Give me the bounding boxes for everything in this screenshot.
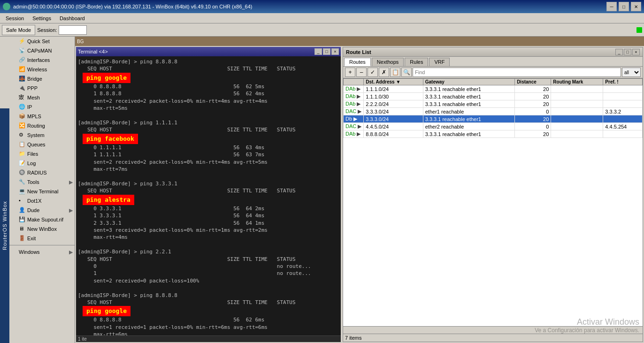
row-gateway: 3.3.3.1 reachable ether1	[423, 100, 514, 108]
quickset-icon: ⚡	[19, 38, 25, 45]
sidebar-item-exit[interactable]: 🚪 Exit	[9, 234, 75, 243]
row-type: DAb ▶	[344, 93, 364, 100]
row-pref	[603, 93, 643, 100]
horizontal-scrollbar[interactable]	[343, 326, 643, 334]
table-row[interactable]: DAb ▶ 8.8.8.0/24 3.3.3.1 reachable ether…	[344, 130, 643, 138]
route-disable-button[interactable]: ✗	[379, 68, 389, 77]
sidebar-item-windows[interactable]: Windows ▶	[9, 247, 75, 257]
terminal-maximize-button[interactable]: □	[323, 48, 330, 55]
tab-vrf[interactable]: VRF	[429, 58, 450, 66]
sidebar-item-routing[interactable]: 🔀 Routing	[9, 121, 75, 130]
terminal-titlebar-controls: _ □ ×	[314, 48, 339, 55]
sidebar: ⚡ Quick Set 📡 CAPsMAN 🔗 Interfaces 📶 Wir…	[9, 37, 75, 343]
tab-rules[interactable]: Rules	[405, 58, 428, 66]
route-toolbar: + – ✓ ✗ 📋 🔍 all	[343, 67, 643, 78]
terminal-minimize-button[interactable]: _	[314, 48, 322, 55]
sidebar-item-log[interactable]: 📝 Log	[9, 159, 75, 168]
route-filter-select[interactable]: all	[622, 68, 641, 77]
col-gateway[interactable]: Gateway	[423, 79, 514, 85]
row-pref	[603, 115, 643, 123]
safe-mode-button[interactable]: Safe Mode	[2, 25, 35, 35]
table-row[interactable]: DAC ▶ 3.3.3.0/24 ether1 reachable 0 3.3.…	[344, 108, 643, 115]
route-content: Routes Nexthops Rules VRF + – ✓ ✗ 📋 🔍	[343, 56, 643, 342]
col-type[interactable]	[344, 79, 364, 85]
col-mark[interactable]: Routing Mark	[551, 79, 603, 85]
route-add-button[interactable]: +	[345, 68, 355, 77]
row-mark	[551, 100, 603, 108]
route-search-input[interactable]	[413, 68, 621, 77]
table-row[interactable]: DAb ▶ 1.1.1.0/30 3.3.3.1 reachable ether…	[344, 93, 643, 100]
minimize-button[interactable]: ─	[606, 2, 617, 11]
menu-session[interactable]: Session	[2, 15, 28, 22]
ping-facebook-label: ping facebook	[83, 134, 138, 144]
tab-nexthops[interactable]: Nexthops	[372, 58, 404, 66]
ping-google-label-1: ping google	[83, 73, 130, 83]
sidebar-item-radius[interactable]: 🔘 RADIUS	[9, 168, 75, 177]
dude-icon: 👤	[19, 207, 25, 213]
sidebar-item-tools[interactable]: 🔧 Tools ▶	[9, 177, 75, 187]
log-icon: 📝	[19, 160, 25, 167]
row-mark	[551, 123, 603, 130]
table-row[interactable]: DAC ▶ 4.4.5.0/24 ether2 reachable 0 4.4.…	[344, 123, 643, 130]
window-controls: ─ □ ✕	[606, 2, 641, 11]
sidebar-item-dude[interactable]: 👤 Dude ▶	[9, 206, 75, 215]
terminal-bottom: 1 ite	[76, 335, 341, 342]
sidebar-item-bridge[interactable]: 🌉 Bridge	[9, 74, 75, 84]
col-pref[interactable]: Pref. !	[603, 79, 643, 85]
sidebar-item-new-terminal[interactable]: 💻 New Terminal	[9, 187, 75, 196]
row-distance: 0	[515, 108, 551, 115]
sidebar-item-system[interactable]: ⚙ System	[9, 130, 75, 140]
tab-routes[interactable]: Routes	[344, 58, 371, 66]
sidebar-item-capsman[interactable]: 📡 CAPsMAN	[9, 46, 75, 55]
ping-google-label-2: ping google	[83, 306, 130, 316]
row-gateway: 3.3.3.1 reachable ether1	[423, 115, 514, 123]
route-close-button[interactable]: ×	[632, 49, 640, 55]
main-layout: RouterOS WinBox ⚡ Quick Set 📡 CAPsMAN 🔗 …	[0, 37, 644, 343]
row-distance: 20	[515, 115, 551, 123]
route-filter-button[interactable]: 🔍	[401, 68, 412, 77]
sidebar-item-make-supout[interactable]: 💾 Make Supout.rif	[9, 215, 75, 224]
col-distance[interactable]: Distance	[515, 79, 551, 85]
table-row[interactable]: DAb ▶ 1.1.1.0/24 3.3.3.1 reachable ether…	[344, 85, 643, 93]
route-maximize-button[interactable]: □	[624, 49, 631, 55]
col-dst[interactable]: Dst. Address ▼	[364, 79, 423, 85]
sidebar-item-files[interactable]: 📁 Files	[9, 149, 75, 159]
sidebar-item-new-winbox[interactable]: 🖥 New WinBox	[9, 224, 75, 234]
route-copy-button[interactable]: 📋	[390, 68, 400, 77]
route-table: Dst. Address ▼ Gateway Distance Routing …	[343, 78, 643, 326]
close-button[interactable]: ✕	[631, 2, 641, 11]
dot1x-icon: •	[19, 198, 25, 204]
menu-settings[interactable]: Settings	[29, 15, 55, 22]
route-titlebar: Route List _ □ ×	[343, 47, 643, 56]
sidebar-item-mesh[interactable]: 🕸 Mesh	[9, 93, 75, 102]
terminal-titlebar: Terminal <4> _ □ ×	[76, 47, 341, 56]
menu-dashboard[interactable]: Dashboard	[56, 15, 89, 22]
sidebar-item-quickset[interactable]: ⚡ Quick Set	[9, 37, 75, 46]
route-list-title: Route List	[346, 49, 371, 55]
sidebar-item-ip[interactable]: 🌐 IP	[9, 102, 75, 112]
sidebar-item-mpls[interactable]: 📦 MPLS	[9, 112, 75, 121]
table-row-active[interactable]: Db ▶ 3.3.3.0/24 3.3.3.1 reachable ether1…	[344, 115, 643, 123]
row-dst: 1.1.1.0/30	[364, 93, 423, 100]
capsman-icon: 📡	[19, 47, 25, 54]
session-input[interactable]	[59, 25, 87, 35]
sidebar-item-wireless[interactable]: 📶 Wireless	[9, 65, 75, 74]
sidebar-item-queues[interactable]: 📋 Queues	[9, 140, 75, 149]
route-remove-button[interactable]: –	[356, 68, 367, 77]
row-mark	[551, 93, 603, 100]
terminal-body[interactable]: [admin@ISP-Borde] > ping 8.8.8.8 SEQ HOS…	[76, 56, 341, 335]
row-type: DAC ▶	[344, 123, 364, 130]
route-minimize-button[interactable]: _	[615, 49, 623, 55]
terminal-close-button[interactable]: ×	[331, 48, 339, 55]
maximize-button[interactable]: □	[619, 2, 629, 11]
row-gateway: ether1 reachable	[423, 108, 514, 115]
row-mark	[551, 85, 603, 93]
sidebar-item-dot1x[interactable]: • Dot1X	[9, 196, 75, 206]
sidebar-item-ppp[interactable]: 🔌 PPP	[9, 84, 75, 93]
row-distance: 0	[515, 123, 551, 130]
route-enable-button[interactable]: ✓	[368, 68, 378, 77]
sidebar-item-interfaces[interactable]: 🔗 Interfaces	[9, 55, 75, 65]
row-distance: 20	[515, 93, 551, 100]
row-mark	[551, 130, 603, 138]
table-row[interactable]: DAb ▶ 2.2.2.0/24 3.3.3.1 reachable ether…	[344, 100, 643, 108]
